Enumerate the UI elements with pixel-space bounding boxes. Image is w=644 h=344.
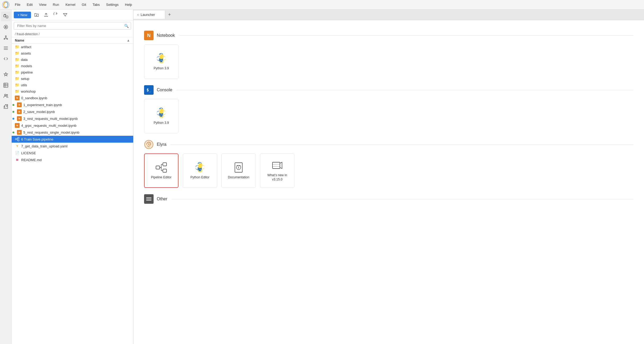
svg-point-15 xyxy=(162,61,163,62)
notebook-section-header: N Notebook xyxy=(144,31,633,40)
list-item[interactable]: N 4_grpc_requests_multi_model.ipynb xyxy=(12,122,133,129)
readme-icon: M xyxy=(15,157,20,162)
svg-point-17 xyxy=(162,115,163,116)
documentation-card[interactable]: i Documentation xyxy=(221,153,256,188)
list-item[interactable]: 📁 utils xyxy=(12,82,133,88)
extensions-sidebar-btn[interactable] xyxy=(1,70,11,79)
app-logo xyxy=(2,1,10,8)
list-item[interactable]: 📁 assets xyxy=(12,50,133,56)
notebook-python39-card[interactable]: Python 3.9 xyxy=(144,44,178,79)
svg-point-6 xyxy=(4,38,5,39)
add-tab-button[interactable]: + xyxy=(165,11,174,19)
svg-point-23 xyxy=(201,170,202,171)
svg-point-9 xyxy=(5,94,6,96)
notebook-cards: Python 3.9 xyxy=(144,44,633,79)
list-item[interactable]: 📁 models xyxy=(12,63,133,69)
list-item[interactable]: 📁 setup xyxy=(12,75,133,82)
notebook-icon: N xyxy=(17,102,22,107)
menu-view[interactable]: View xyxy=(36,2,49,8)
list-item[interactable]: 📁 artifact xyxy=(12,44,133,50)
svg-rect-20 xyxy=(163,163,167,166)
folder-icon: 📁 xyxy=(15,57,19,62)
content-area: ⎋ Launcher + N Notebook xyxy=(133,10,644,344)
folder-icon: 📁 xyxy=(15,45,19,49)
running-sidebar-btn[interactable] xyxy=(1,22,11,32)
tab-icon: ⎋ xyxy=(137,13,139,17)
folder-icon: 📁 xyxy=(15,70,19,74)
svg-point-7 xyxy=(7,38,8,39)
notebook-icon: N xyxy=(17,130,22,135)
new-button[interactable]: + New xyxy=(14,12,31,18)
status-dot xyxy=(12,118,14,120)
list-item[interactable]: N 2_save_model.ipynb xyxy=(12,108,133,115)
list-item[interactable]: N 0_sandbox.ipynb xyxy=(12,94,133,101)
menu-run[interactable]: Run xyxy=(50,2,62,8)
pipeline-icon xyxy=(15,137,20,142)
console-card-label: Python 3.9 xyxy=(154,121,169,125)
list-item[interactable]: 6 Train Save.pipeline xyxy=(12,136,133,143)
file-list-header[interactable]: Name ▲ xyxy=(12,37,133,44)
puzzle-sidebar-btn[interactable] xyxy=(1,102,11,111)
tab-label: Launcher xyxy=(141,13,155,17)
code-sidebar-btn[interactable] xyxy=(1,54,11,64)
svg-point-16 xyxy=(159,110,160,111)
console-section-icon: $ _ xyxy=(144,85,154,95)
python-editor-label: Python Editor xyxy=(190,175,209,180)
search-icon[interactable]: 🔍 xyxy=(124,24,129,28)
search-input[interactable] xyxy=(16,22,124,29)
console-section-title: Console xyxy=(157,88,172,92)
other-section-header: Other xyxy=(144,194,633,204)
notebook-icon: N xyxy=(17,116,22,121)
list-item[interactable]: Y 7_get_data_train_upload.yaml xyxy=(12,143,133,150)
table-sidebar-btn[interactable] xyxy=(1,80,11,90)
list-item[interactable]: 📄 LICENSE xyxy=(12,150,133,156)
refresh-button[interactable] xyxy=(52,11,60,19)
sort-icon[interactable]: ▲ xyxy=(127,38,130,42)
notebook-icon: N xyxy=(15,123,20,128)
notebook-icon: N xyxy=(15,96,20,100)
menu-file[interactable]: File xyxy=(12,2,23,8)
menu-tabs[interactable]: Tabs xyxy=(90,2,102,8)
list-item[interactable]: N 5_rest_requests_single_model.ipynb xyxy=(12,129,133,136)
python-editor-card[interactable]: Python Editor xyxy=(183,153,217,188)
elyra-section-icon xyxy=(144,140,154,149)
list-item[interactable]: M README.md xyxy=(12,156,133,163)
menu-kernel[interactable]: Kernel xyxy=(63,2,78,8)
upload-button[interactable] xyxy=(42,11,50,19)
notebook-card-label: Python 3.9 xyxy=(154,66,169,71)
license-icon: 📄 xyxy=(15,151,20,155)
git-sidebar-btn[interactable] xyxy=(1,33,11,42)
commands-sidebar-btn[interactable] xyxy=(1,43,11,53)
launcher-tab[interactable]: ⎋ Launcher xyxy=(133,11,165,19)
filter-button[interactable] xyxy=(61,11,69,19)
console-python39-card[interactable]: Python 3.9 xyxy=(144,99,178,133)
console-section-header: $ _ Console xyxy=(144,85,633,95)
pipeline-editor-card[interactable]: Pipeline Editor xyxy=(144,153,178,188)
svg-text:i: i xyxy=(238,166,239,169)
list-item[interactable]: 📁 data xyxy=(12,56,133,63)
other-section-icon xyxy=(144,194,154,204)
svg-rect-8 xyxy=(4,83,8,87)
users-sidebar-btn[interactable] xyxy=(1,91,11,101)
folder-icon: 📁 xyxy=(15,51,19,55)
list-item[interactable]: 📁 workshop xyxy=(12,88,133,94)
files-sidebar-btn[interactable] xyxy=(1,12,11,21)
new-folder-button[interactable] xyxy=(33,11,41,19)
menu-git[interactable]: Git xyxy=(79,2,89,8)
list-item[interactable]: N 1_experiment_train.ipynb xyxy=(12,101,133,108)
menu-help[interactable]: Help xyxy=(122,2,135,8)
svg-point-5 xyxy=(5,36,6,37)
list-item[interactable]: 📁 pipeline xyxy=(12,69,133,75)
status-dot xyxy=(12,132,14,133)
whatsnew-card[interactable]: What's new in v3.15.0 xyxy=(260,153,294,188)
svg-point-4 xyxy=(5,26,7,28)
tab-bar: ⎋ Launcher + xyxy=(133,10,644,20)
elyra-divider xyxy=(171,144,633,145)
list-item[interactable]: N 3_rest_requests_multi_model.ipynb xyxy=(12,115,133,122)
file-panel: + New xyxy=(12,10,133,344)
other-divider xyxy=(172,199,633,199)
svg-point-14 xyxy=(159,55,160,56)
folder-icon: 📁 xyxy=(15,64,19,68)
menu-settings[interactable]: Settings xyxy=(104,2,121,8)
menu-edit[interactable]: Edit xyxy=(24,2,35,8)
